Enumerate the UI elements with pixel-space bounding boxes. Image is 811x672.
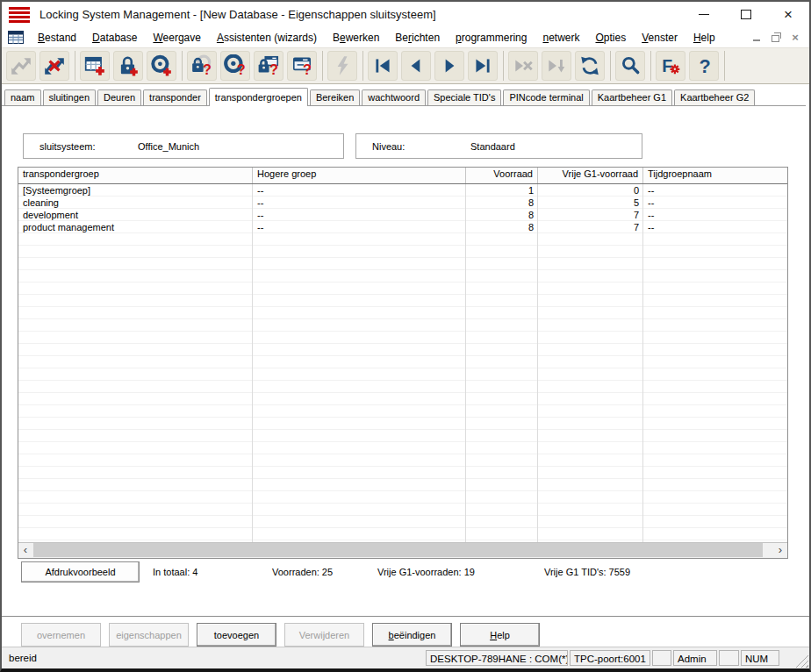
menu-item-opties[interactable]: Opties [587,30,634,46]
menu-item-netwerk[interactable]: netwerk [535,30,587,46]
eigenschappen-button[interactable]: eigenschappen [109,623,189,647]
table-row[interactable]: cleaning--85-- [18,197,787,209]
table-row[interactable]: development--87-- [18,209,787,221]
record-delete-icon [512,54,535,77]
column-header-transpondergroep[interactable]: transpondergroep [18,168,253,183]
tab-wachtwoord[interactable]: wachtwoord [362,89,426,105]
status-segment-empty [719,650,739,666]
table-cell: 0 [538,184,643,197]
table-cell: -- [643,209,787,221]
filter-settings-button[interactable]: F [656,51,685,81]
horizontal-scrollbar[interactable]: ‹ › [18,542,787,558]
maximize-button[interactable] [739,8,753,22]
column-divider [537,184,538,542]
new-transponder-button[interactable] [147,51,176,81]
tab-pincode-terminal[interactable]: PINcode terminal [503,89,589,105]
menu-item-programmering[interactable]: programmering [448,30,535,46]
tab-transpondergroepen[interactable]: transpondergroepen [209,88,308,106]
app-logo-icon [9,7,32,23]
previous-record-icon [405,54,427,77]
menu-item-database[interactable]: Database [84,30,145,46]
status-segments: DESKTOP-789HANE : COM(*)TPC-poort:6001Ad… [426,650,809,666]
svg-text:?: ? [269,61,278,77]
help-button[interactable]: Help [460,623,540,647]
first-record-button[interactable] [368,51,398,81]
close-button[interactable]: × [781,8,795,22]
disconnect-button[interactable] [39,51,69,81]
column-header-hogere-groep[interactable]: Hogere groep [253,168,466,183]
refresh-button[interactable] [575,51,605,81]
table-cell: 7 [538,221,643,233]
disconnect-icon [43,54,66,77]
refresh-icon [578,54,601,77]
help-button[interactable]: ? [689,51,719,81]
search-icon [619,54,642,77]
new-locking-system-button[interactable] [80,51,110,81]
tab-deuren[interactable]: Deuren [97,89,141,105]
tab-kaartbeheer-g1[interactable]: Kaartbeheer G1 [592,89,672,105]
scrollbar-thumb[interactable] [33,543,763,557]
mdi-minimize-button[interactable] [750,32,764,44]
read-transponder-icon: ? [224,54,247,77]
menu-item-assistenten-wizards[interactable]: Assistenten (wizards) [209,30,325,46]
next-record-button[interactable] [434,51,464,81]
help-icon: ? [693,54,715,77]
read-transponder-button[interactable]: ? [220,51,250,81]
table-cell: 7 [538,209,643,221]
tab-naam[interactable]: naam [4,89,41,105]
tab-strip: naamsluitingenDeurentranspondertranspond… [2,86,806,106]
record-insert-button[interactable] [542,51,571,81]
menu-item-bestand[interactable]: Bestand [30,30,84,46]
read-lock-network-button[interactable]: ? [254,51,283,81]
locking-system-label: sluitsysteem: [24,141,138,152]
column-header-vrije-g1-voorraad[interactable]: Vrije G1-voorraad [538,168,643,183]
status-segment-desktop-789hane-com: DESKTOP-789HANE : COM(*) [426,650,568,666]
connect-button[interactable] [6,51,36,81]
tab-sluitingen[interactable]: sluitingen [43,89,96,105]
table-body: [Systeemgroep]--10--cleaning--85--develo… [18,184,787,542]
table-row[interactable]: product management--87-- [18,221,787,233]
table-row[interactable]: [Systeemgroep]--10-- [18,184,787,197]
scroll-right-button[interactable]: › [773,543,787,557]
new-lock-button[interactable] [113,51,143,81]
locking-system-field: sluitsysteem: Office_Munich [23,133,344,159]
search-button[interactable] [615,51,645,81]
tab-kaartbeheer-g2[interactable]: Kaartbeheer G2 [674,89,755,105]
menu-item-venster[interactable]: Venster [634,30,685,46]
record-delete-button[interactable] [508,51,538,81]
program-button[interactable] [327,51,357,81]
title-bar: Locking System Management - [New Databas… [2,2,809,27]
menu-item-bewerken[interactable]: Bewerken [325,30,387,46]
status-segment-admin: Admin [673,650,717,666]
menu-item-berichten[interactable]: Berichten [387,30,448,46]
table-cell: development [18,209,253,221]
tab-bereiken[interactable]: Bereiken [310,89,360,105]
mdi-restore-button[interactable] [769,32,783,44]
overnemen-button[interactable]: overnemen [21,623,101,647]
tab-transponder[interactable]: transponder [143,89,207,105]
read-card-icon: ? [291,54,313,77]
table-cell: cleaning [18,197,253,209]
be-indigen-button[interactable]: beëindigen [372,623,452,647]
read-lock-button[interactable]: ? [187,51,217,81]
read-card-button[interactable]: ? [287,51,317,81]
locking-system-value: Office_Munich [138,141,199,152]
verwijderen-button[interactable]: Verwijderen [284,623,364,647]
table-cell: -- [253,197,466,209]
column-header-tijdgroepnaam[interactable]: Tijdgroepnaam [643,168,787,183]
menu-item-help[interactable]: Help [685,30,723,46]
svg-text:?: ? [203,61,212,77]
level-field: Niveau: Standaard [355,133,642,159]
scroll-left-button[interactable]: ‹ [18,543,32,557]
previous-record-button[interactable] [401,51,431,81]
window-title: Locking System Management - [New Databas… [39,8,436,21]
column-header-voorraad[interactable]: Voorraad [466,168,538,183]
minimize-button[interactable] [697,8,711,22]
svg-text:?: ? [700,55,711,77]
menu-item-weergave[interactable]: Weergave [145,30,208,46]
last-record-button[interactable] [468,51,498,81]
mdi-close-button[interactable]: × [788,32,802,44]
document-icon [8,31,24,44]
tab-speciale-tid-s[interactable]: Speciale TID's [427,89,501,105]
toevoegen-button[interactable]: toevoegen [197,623,276,647]
